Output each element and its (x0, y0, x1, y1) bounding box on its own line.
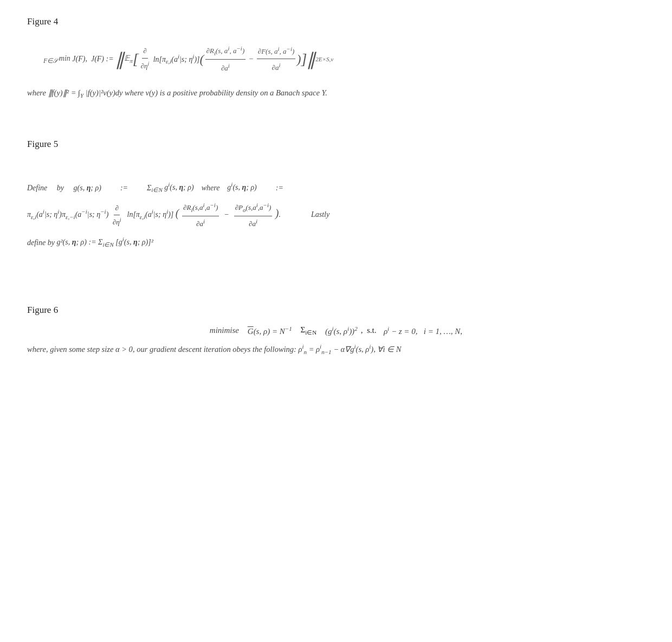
gap-fig5 (27, 159, 645, 176)
figure-4-text: where ‖f(y)‖² = ∫Y |f(y)|²ν(y)dy where ν… (27, 86, 645, 101)
norm-close: ‖ (307, 50, 315, 68)
gap-1 (27, 123, 645, 139)
sum-symbol: Σi∈N (300, 325, 316, 336)
gap-2 (27, 272, 645, 288)
big-paren-open: ( (200, 53, 204, 66)
norm-open: ‖ (115, 50, 124, 68)
figure-5-formula-line1: Define by g(s, η; ρ) := Σi∈N gi(s, η; ρ)… (27, 180, 645, 196)
bracket-open: [ (133, 52, 139, 67)
bracket-close: ] (301, 52, 307, 67)
partial-F-fraction: ∂F(s, ai, a−i) ∂ai (257, 43, 296, 75)
constraint-term: ρi − z = 0, i = 1, …, N, (384, 325, 462, 336)
figure-5-section: Figure 5 Define by g(s, η; ρ) := Σi∈N gi… (27, 139, 645, 251)
figure-6-section: Figure 6 minimise G(s, ρ) = N−1 Σi∈N (gi… (27, 305, 645, 357)
st-label: , s.t. (361, 326, 380, 335)
log-pi-term: ln[πε,i(ai|s; ηi)] (151, 50, 199, 67)
figure-6-text: where, given some step size α > 0, our g… (27, 342, 645, 357)
figure-5-formula-line2: πε,i(ai|s; ηi)πε,−i(a−i|s; η−i) ∂ ∂ηi ln… (27, 200, 645, 230)
expectation-symbol: 𝔼π (124, 51, 133, 67)
figure-4-title: Figure 4 (27, 16, 645, 27)
G-function: G(s, ρ) = N−1 (248, 325, 292, 336)
g-squared-term: (gi(s, ρi))2 (325, 325, 358, 336)
minimise-label: minimise (210, 326, 239, 335)
partial-eta-fraction: ∂ ∂ηi (139, 44, 152, 73)
figure-5-formula-line3: define by g²(s, η; ρ) := Σi∈N [gi(s, η; … (27, 235, 645, 251)
min-operator: F∈𝒮 min (43, 51, 70, 67)
norm-subscript: E×S,ν (319, 53, 333, 65)
figure-6-title: Figure 6 (27, 305, 645, 316)
figure-5-title: Figure 5 (27, 139, 645, 150)
figure-4-formula: F∈𝒮 min J(F), J(F) := ‖ 𝔼π [ ∂ ∂ηi ln[πε… (27, 37, 645, 81)
gap-3 (27, 288, 645, 305)
figure-4-section: Figure 4 F∈𝒮 min J(F), J(F) := ‖ 𝔼π [ ∂ … (27, 16, 645, 101)
partial-R-fraction: ∂Ri(s, ai, a−i) ∂ai (205, 42, 246, 75)
figure-6-formula: minimise G(s, ρ) = N−1 Σi∈N (gi(s, ρi))2… (27, 325, 645, 336)
